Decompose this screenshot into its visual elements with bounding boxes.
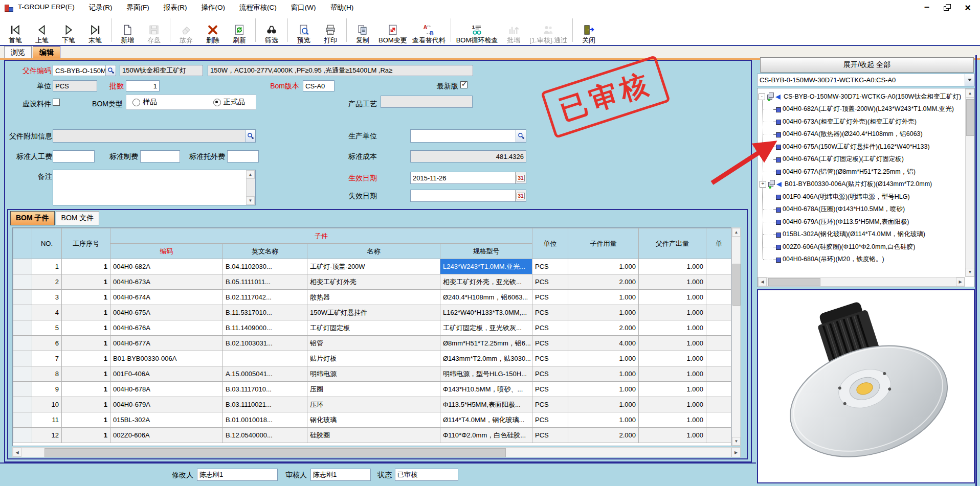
col-no[interactable]: NO. xyxy=(32,228,62,259)
minimize-icon[interactable] xyxy=(923,4,931,12)
tree-node[interactable]: 004H0-680A(吊环)(M20，铁度铬。) xyxy=(759,253,964,266)
menu-item-2[interactable]: 记录(R) xyxy=(89,3,113,12)
cell-spec[interactable]: L162*W40*H133*T3.0MM,... xyxy=(440,305,532,320)
expiry-date-field[interactable] xyxy=(410,190,526,202)
cell-en[interactable]: B.11.1409000... xyxy=(223,320,307,336)
cell-spec[interactable]: Φ110*Φ2.0mm，白色硅胶... xyxy=(440,428,532,443)
cell-seq[interactable]: 1 xyxy=(62,305,110,320)
cell-pqty[interactable]: 1.000 xyxy=(639,336,706,351)
bom-type-option-1[interactable]: 样品 xyxy=(132,98,157,107)
scroll-right-icon[interactable]: ▶ xyxy=(731,447,741,457)
bom-version-field[interactable]: CS-A0 xyxy=(303,80,335,91)
outsource-cost-field[interactable] xyxy=(227,150,259,163)
cell-unit[interactable]: PCS xyxy=(532,412,568,428)
cell-pqty[interactable]: 1.000 xyxy=(639,320,706,336)
cell-name[interactable]: 工矿灯固定板 xyxy=(307,320,440,336)
cell-code[interactable]: B01-BYB00330-006A xyxy=(110,351,223,366)
cell-extra[interactable] xyxy=(706,259,732,274)
cell-sel[interactable] xyxy=(13,366,32,382)
cell-pqty[interactable]: 1.000 xyxy=(639,274,706,290)
cell-sel[interactable] xyxy=(13,351,32,366)
toolbar-button-loop-check[interactable]: 1BOM循环检查 xyxy=(454,16,501,44)
cell-seq[interactable]: 1 xyxy=(62,336,110,351)
effective-date-field[interactable]: 2015-11-26 xyxy=(410,172,526,184)
cell-en[interactable]: A.15.0005041... xyxy=(223,366,307,382)
radio-icon[interactable] xyxy=(132,99,140,106)
toolbar-button-first[interactable]: 首笔 xyxy=(2,16,29,44)
cell-pqty[interactable]: 1.000 xyxy=(639,382,706,397)
toolbar-button-new[interactable]: 新增 xyxy=(114,16,141,44)
view-tab-browse[interactable]: 浏览 xyxy=(4,46,32,58)
view-tab-edit[interactable]: 编辑 xyxy=(33,46,60,58)
cell-code[interactable]: 004H0-673A xyxy=(110,274,223,290)
grid-horizontal-scrollbar[interactable]: ◀ xyxy=(12,447,731,457)
cell-spec[interactable]: Ø143mm*T2.0mm，贴3030... xyxy=(440,351,532,366)
menu-item-6[interactable]: 流程审核(C) xyxy=(239,3,277,12)
col-code[interactable]: 编码 xyxy=(110,244,223,259)
scroll-up-icon[interactable]: ▲ xyxy=(732,228,741,237)
chevron-down-icon[interactable] xyxy=(965,74,974,86)
radio-icon[interactable] xyxy=(213,99,221,106)
cell-seq[interactable]: 1 xyxy=(62,274,110,290)
calendar-icon[interactable] xyxy=(515,172,526,183)
toolbar-button-bom-change[interactable]: BOM变更 xyxy=(376,16,410,44)
toolbar-button-filter[interactable]: 筛选 xyxy=(258,16,285,44)
tree-node[interactable]: 004H0-676A(工矿灯固定板)(工矿灯固定板) xyxy=(759,153,964,166)
col-extra[interactable]: 单 xyxy=(706,228,732,259)
cell-sel[interactable] xyxy=(13,305,32,320)
toolbar-button-batch-add[interactable]: 批增 xyxy=(500,16,527,44)
cell-extra[interactable] xyxy=(706,351,732,366)
tree-node[interactable]: +B01-BYB00330-006A(贴片灯板)(Ø143mm*T2.0mm) xyxy=(759,178,964,191)
cell-name[interactable]: 贴片灯板 xyxy=(307,351,440,366)
cell-no[interactable]: 10 xyxy=(32,397,62,412)
cell-no[interactable]: 5 xyxy=(32,320,62,336)
tree-node[interactable]: 004H0-675A(150W工矿灯悬挂件)(L162*W40*H133) xyxy=(759,141,964,153)
remark-field[interactable]: ▲ ▼ xyxy=(53,170,256,205)
cell-code[interactable]: 001F0-406A xyxy=(110,366,223,382)
cell-spec[interactable]: 工矿灯固定板，亚光铁灰... xyxy=(440,320,532,336)
cell-name[interactable]: 散热器 xyxy=(307,290,440,305)
tree-root-node[interactable]: -CS-BYB-O-150MW-30D71-WCTKG-A0(150W钛金相变工… xyxy=(759,90,964,103)
cell-qty[interactable]: 1.000 xyxy=(568,259,639,274)
cell-sel[interactable] xyxy=(13,382,32,397)
calendar-icon[interactable] xyxy=(515,190,526,201)
cell-pqty[interactable]: 1.000 xyxy=(639,351,706,366)
cell-en[interactable]: B.02.1003031... xyxy=(223,336,307,351)
tree-horizontal-scrollbar[interactable]: ◀ ▶ xyxy=(758,277,965,287)
cell-name[interactable]: 硅胶圈 xyxy=(307,428,440,443)
cell-pqty[interactable]: 1.000 xyxy=(639,290,706,305)
cell-en[interactable]: B.04.1102030... xyxy=(223,259,307,274)
cell-no[interactable]: 2 xyxy=(32,274,62,290)
scrollbar-thumb[interactable] xyxy=(732,264,741,306)
cell-no[interactable]: 1 xyxy=(32,259,62,274)
cell-en[interactable] xyxy=(223,351,307,366)
cell-seq[interactable]: 1 xyxy=(62,320,110,336)
toolbar-button-substitute[interactable]: AB查看替代料 xyxy=(410,16,448,44)
cell-no[interactable]: 6 xyxy=(32,336,62,351)
cell-name[interactable]: 工矿灯-顶盖-200W xyxy=(307,259,440,274)
cell-spec[interactable]: Ø8mm*H51*T2.25mm，铝6... xyxy=(440,336,532,351)
cell-extra[interactable] xyxy=(706,428,732,443)
cell-en[interactable]: B.03.1117010... xyxy=(223,382,307,397)
tree-node[interactable]: 015BL-302A(钢化玻璃)(Ø114*T4.0MM，钢化玻璃) xyxy=(759,228,964,241)
cell-spec[interactable]: 明纬电源，型号HLG-150H... xyxy=(440,366,532,382)
cell-code[interactable]: 004H0-677A xyxy=(110,336,223,351)
cell-no[interactable]: 8 xyxy=(32,366,62,382)
toolbar-button-print[interactable]: 打印 xyxy=(317,16,344,44)
cell-unit[interactable]: PCS xyxy=(532,274,568,290)
cell-pqty[interactable]: 1.000 xyxy=(639,412,706,428)
cell-qty[interactable]: 1.000 xyxy=(568,290,639,305)
cell-qty[interactable]: 2.000 xyxy=(568,428,639,443)
cell-en[interactable]: B.05.1111011... xyxy=(223,274,307,290)
scroll-right-icon[interactable]: ▶ xyxy=(956,277,965,286)
col-qty[interactable]: 子件用量 xyxy=(568,228,639,259)
cell-qty[interactable]: 1.000 xyxy=(568,397,639,412)
cell-spec[interactable]: Ø114*T4.0MM，钢化玻璃... xyxy=(440,412,532,428)
scroll-left-icon[interactable]: ◀ xyxy=(758,277,767,286)
scroll-up-icon[interactable]: ▲ xyxy=(246,170,255,179)
cell-no[interactable]: 12 xyxy=(32,428,62,443)
cell-extra[interactable] xyxy=(706,336,732,351)
cell-qty[interactable]: 1.000 xyxy=(568,382,639,397)
menu-item-5[interactable]: 操作(O) xyxy=(202,3,226,12)
cell-pqty[interactable]: 1.000 xyxy=(639,259,706,274)
